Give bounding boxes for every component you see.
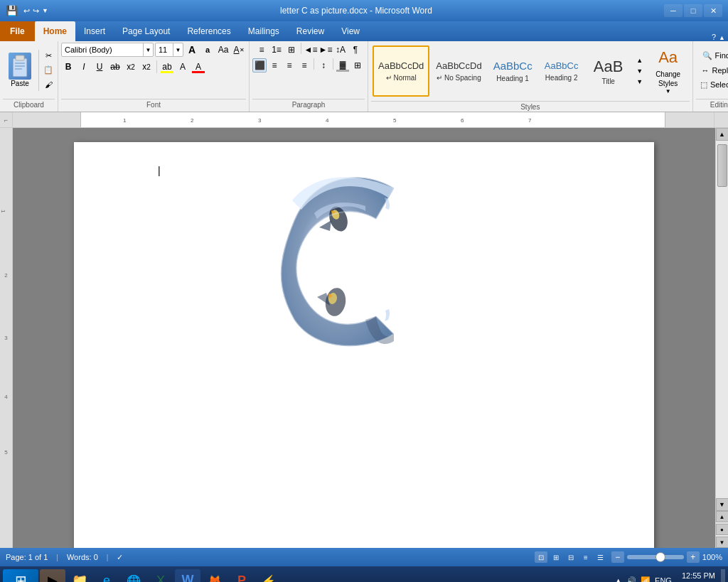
change-styles-button[interactable]: Aa ChangeStyles ▼	[647, 45, 690, 97]
align-left-button[interactable]: ⬛	[252, 58, 267, 72]
taskbar-app-extra[interactable]: ⚡	[256, 569, 282, 582]
taskbar-app-word[interactable]: W	[175, 569, 200, 582]
style-normal[interactable]: AaBbCcDd ↵ Normal	[373, 45, 429, 97]
scroll-track[interactable]	[716, 141, 728, 498]
style-no-spacing[interactable]: AaBbCcDd ↵ No Spacing	[431, 45, 486, 97]
print-layout-view[interactable]: ⊡	[535, 551, 547, 563]
network-icon[interactable]: 📶	[641, 576, 651, 583]
taskbar-app-firefox[interactable]: 🦊	[202, 569, 228, 582]
align-center-button[interactable]: ≡	[267, 58, 282, 72]
letter-c-image[interactable]	[273, 163, 415, 357]
full-screen-view[interactable]: ⊞	[550, 551, 562, 563]
zoom-level[interactable]: 100%	[702, 553, 722, 561]
zoom-out-button[interactable]: −	[611, 551, 624, 563]
tab-mailings[interactable]: Mailings	[240, 21, 288, 41]
next-page-button[interactable]: ▼	[716, 537, 729, 548]
editing-group: 🔍 Find ▼ ↔ Replace ⬚ Select ▼ Editing	[693, 41, 728, 112]
paste-icon	[9, 53, 31, 80]
web-layout-view[interactable]: ⊟	[564, 551, 577, 563]
font-selector[interactable]: Calibri (Body) ▼	[61, 43, 154, 57]
minimize-button[interactable]: ─	[664, 4, 682, 17]
font-color-button[interactable]: A	[191, 60, 205, 74]
volume-icon[interactable]: 🔊	[626, 576, 636, 583]
vertical-scrollbar[interactable]: ▲ ▼ ▲ ● ▼	[715, 128, 728, 548]
start-button[interactable]: ⊞	[3, 569, 38, 582]
copy-button[interactable]: 📋	[42, 64, 55, 77]
window-controls[interactable]: ─ □ ✕	[664, 4, 722, 17]
change-case-button[interactable]: Aa	[216, 43, 230, 57]
multilevel-list-button[interactable]: ⊞	[284, 43, 299, 57]
svg-rect-2	[15, 63, 25, 64]
line-spacing-button[interactable]: ↕	[316, 58, 331, 72]
select-button[interactable]: ⬚ Select ▼	[694, 78, 728, 92]
taskbar-app-ie[interactable]: e	[94, 569, 119, 582]
replace-button[interactable]: ↔ Replace	[695, 64, 728, 77]
styles-scroll-up[interactable]: ▲	[634, 55, 646, 65]
styles-scroll-down[interactable]: ▼	[634, 66, 646, 76]
close-button[interactable]: ✕	[704, 4, 722, 17]
browse-select-button[interactable]: ●	[716, 524, 729, 535]
font-size-selector[interactable]: 11 ▼	[155, 43, 183, 57]
align-right-button[interactable]: ≡	[282, 58, 296, 72]
tab-insert[interactable]: Insert	[75, 21, 114, 41]
superscript-button[interactable]: x2	[139, 60, 154, 74]
ribbon-help[interactable]: ?	[712, 33, 716, 41]
paste-button[interactable]: Paste	[3, 50, 37, 90]
shrink-font-button[interactable]: a	[200, 43, 215, 57]
bullets-button[interactable]: ≡	[255, 43, 269, 57]
strikethrough-button[interactable]: ab	[108, 60, 122, 74]
increase-indent-button[interactable]: ►≡	[318, 43, 333, 57]
tab-file[interactable]: File	[0, 21, 35, 41]
shading-button[interactable]: ▓	[336, 58, 350, 72]
format-painter-button[interactable]: 🖌	[42, 78, 55, 91]
italic-button[interactable]: I	[77, 60, 91, 74]
scroll-down-button[interactable]: ▼	[716, 498, 729, 511]
text-highlight-button[interactable]: ab	[160, 60, 174, 74]
proofing-icon[interactable]: ✓	[117, 553, 123, 562]
borders-button[interactable]: ⊞	[350, 58, 365, 72]
taskbar-app-ppt[interactable]: P	[229, 569, 255, 582]
styles-scroll-more[interactable]: ▼	[634, 77, 646, 87]
bold-button[interactable]: B	[61, 60, 75, 74]
cut-button[interactable]: ✂	[42, 50, 55, 63]
taskbar-app-excel[interactable]: X	[148, 569, 173, 582]
grow-font-button[interactable]: A	[185, 43, 199, 57]
ruler-corner-button[interactable]: ⌐	[0, 112, 13, 128]
zoom-in-button[interactable]: +	[687, 551, 700, 563]
show-desktop-button[interactable]	[721, 569, 725, 582]
outline-view[interactable]: ≡	[579, 551, 592, 563]
underline-button[interactable]: U	[92, 60, 107, 74]
svg-rect-4	[15, 68, 22, 70]
zoom-slider[interactable]	[627, 555, 684, 559]
scroll-thumb[interactable]	[717, 144, 727, 187]
tab-view[interactable]: View	[333, 21, 368, 41]
subscript-button[interactable]: x2	[124, 60, 138, 74]
style-heading1[interactable]: AaBbCc Heading 1	[488, 45, 537, 97]
taskbar-clock[interactable]: 12:55 PM 11/14/2016	[676, 571, 715, 582]
tab-page-layout[interactable]: Page Layout	[114, 21, 178, 41]
style-heading2[interactable]: AaBbCc Heading 2	[539, 45, 584, 97]
justify-button[interactable]: ≡	[297, 58, 311, 72]
taskbar-app-chrome[interactable]: 🌐	[121, 569, 146, 582]
draft-view[interactable]: ☰	[594, 551, 607, 563]
prev-page-button[interactable]: ▲	[716, 511, 729, 522]
scroll-up-button[interactable]: ▲	[716, 128, 729, 141]
ribbon-collapse[interactable]: ▲	[719, 34, 725, 41]
find-button[interactable]: 🔍 Find ▼	[696, 49, 729, 63]
decrease-indent-button[interactable]: ◄≡	[304, 43, 318, 57]
character-shading-button[interactable]: A	[176, 60, 190, 74]
tab-references[interactable]: References	[178, 21, 239, 41]
taskbar-app-explorer[interactable]: 📁	[67, 569, 92, 582]
tab-review[interactable]: Review	[288, 21, 333, 41]
document-area: |	[13, 128, 715, 548]
language-indicator[interactable]: ENG	[655, 576, 672, 582]
show-marks-button[interactable]: ¶	[348, 43, 363, 57]
numbering-button[interactable]: 1≡	[269, 43, 284, 57]
tab-home[interactable]: Home	[35, 21, 75, 41]
clear-formatting-button[interactable]: A✕	[232, 43, 246, 57]
systray-arrow[interactable]: ▲	[614, 576, 622, 582]
maximize-button[interactable]: □	[684, 4, 702, 17]
style-title[interactable]: AaB Title	[586, 45, 631, 97]
sort-button[interactable]: ↕A	[333, 43, 348, 57]
taskbar-app-media[interactable]: ▶	[40, 569, 65, 582]
